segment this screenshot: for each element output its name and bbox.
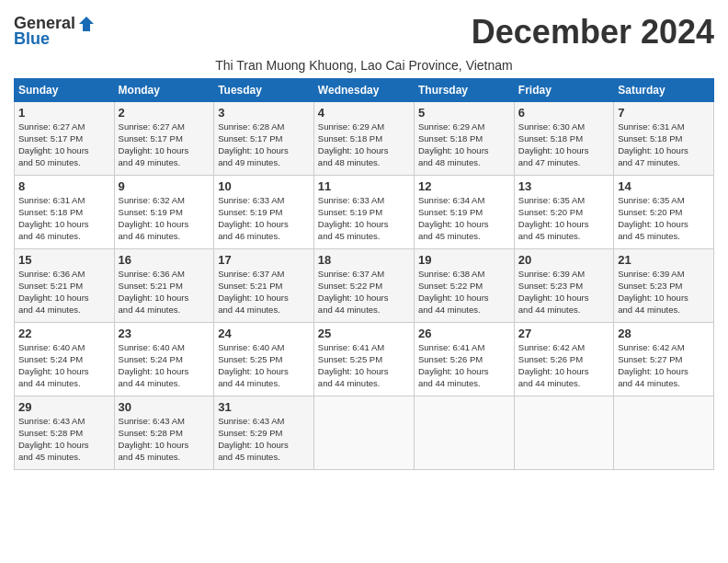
calendar-row: 15Sunrise: 6:36 AMSunset: 5:21 PMDayligh… bbox=[15, 248, 714, 322]
day-info: Sunrise: 6:37 AMSunset: 5:21 PMDaylight:… bbox=[218, 268, 310, 316]
table-row: 25Sunrise: 6:41 AMSunset: 5:25 PMDayligh… bbox=[313, 322, 414, 396]
day-number: 27 bbox=[518, 327, 609, 340]
table-row: 3Sunrise: 6:28 AMSunset: 5:17 PMDaylight… bbox=[214, 101, 314, 175]
day-info: Sunrise: 6:43 AMSunset: 5:28 PMDaylight:… bbox=[119, 415, 210, 464]
subtitle: Thi Tran Muong Khuong, Lao Cai Province,… bbox=[14, 58, 714, 73]
table-row: 10Sunrise: 6:33 AMSunset: 5:19 PMDayligh… bbox=[214, 175, 314, 248]
th-monday: Monday bbox=[114, 78, 214, 101]
day-number: 31 bbox=[218, 400, 310, 414]
table-row: 1Sunrise: 6:27 AMSunset: 5:17 PMDaylight… bbox=[15, 101, 115, 175]
calendar-row: 1Sunrise: 6:27 AMSunset: 5:17 PMDaylight… bbox=[15, 101, 714, 175]
day-number: 8 bbox=[18, 179, 110, 193]
day-number: 10 bbox=[218, 179, 310, 193]
th-friday: Friday bbox=[514, 78, 613, 101]
table-row: 21Sunrise: 6:39 AMSunset: 5:23 PMDayligh… bbox=[614, 248, 714, 322]
day-number: 26 bbox=[418, 327, 510, 340]
day-info: Sunrise: 6:36 AMSunset: 5:21 PMDaylight:… bbox=[18, 268, 110, 316]
day-number: 22 bbox=[18, 327, 110, 340]
day-info: Sunrise: 6:39 AMSunset: 5:23 PMDaylight:… bbox=[618, 268, 710, 316]
table-row: 19Sunrise: 6:38 AMSunset: 5:22 PMDayligh… bbox=[414, 248, 514, 322]
day-info: Sunrise: 6:27 AMSunset: 5:17 PMDaylight:… bbox=[119, 121, 210, 169]
day-number: 28 bbox=[618, 327, 710, 340]
day-number: 1 bbox=[18, 106, 110, 120]
day-info: Sunrise: 6:29 AMSunset: 5:18 PMDaylight:… bbox=[318, 121, 410, 169]
day-info: Sunrise: 6:41 AMSunset: 5:25 PMDaylight:… bbox=[318, 341, 410, 390]
day-info: Sunrise: 6:39 AMSunset: 5:23 PMDaylight:… bbox=[518, 268, 609, 316]
table-row: 5Sunrise: 6:29 AMSunset: 5:18 PMDaylight… bbox=[414, 101, 514, 175]
day-info: Sunrise: 6:42 AMSunset: 5:27 PMDaylight:… bbox=[618, 341, 710, 390]
calendar-row: 8Sunrise: 6:31 AMSunset: 5:18 PMDaylight… bbox=[15, 175, 714, 248]
day-info: Sunrise: 6:36 AMSunset: 5:21 PMDaylight:… bbox=[119, 268, 210, 316]
table-row: 28Sunrise: 6:42 AMSunset: 5:27 PMDayligh… bbox=[614, 322, 714, 396]
table-row: 6Sunrise: 6:30 AMSunset: 5:18 PMDaylight… bbox=[514, 101, 613, 175]
table-row bbox=[313, 396, 414, 469]
th-sunday: Sunday bbox=[15, 78, 115, 101]
table-row: 31Sunrise: 6:43 AMSunset: 5:29 PMDayligh… bbox=[214, 396, 314, 469]
day-number: 7 bbox=[618, 106, 710, 120]
day-info: Sunrise: 6:40 AMSunset: 5:24 PMDaylight:… bbox=[119, 341, 210, 390]
table-row: 9Sunrise: 6:32 AMSunset: 5:19 PMDaylight… bbox=[114, 175, 214, 248]
day-info: Sunrise: 6:33 AMSunset: 5:19 PMDaylight:… bbox=[218, 194, 310, 243]
day-number: 16 bbox=[119, 253, 210, 267]
table-row: 26Sunrise: 6:41 AMSunset: 5:26 PMDayligh… bbox=[414, 322, 514, 396]
svg-marker-0 bbox=[79, 17, 94, 31]
day-info: Sunrise: 6:28 AMSunset: 5:17 PMDaylight:… bbox=[218, 121, 310, 169]
day-number: 25 bbox=[318, 327, 410, 340]
day-number: 17 bbox=[218, 253, 310, 267]
day-info: Sunrise: 6:41 AMSunset: 5:26 PMDaylight:… bbox=[418, 341, 510, 390]
calendar-body: 1Sunrise: 6:27 AMSunset: 5:17 PMDaylight… bbox=[15, 101, 714, 469]
day-number: 3 bbox=[218, 106, 310, 120]
logo-blue: Blue bbox=[14, 29, 50, 49]
th-saturday: Saturday bbox=[614, 78, 714, 101]
header: General Blue December 2024 bbox=[14, 14, 714, 51]
table-row: 2Sunrise: 6:27 AMSunset: 5:17 PMDaylight… bbox=[114, 101, 214, 175]
table-row: 16Sunrise: 6:36 AMSunset: 5:21 PMDayligh… bbox=[114, 248, 214, 322]
day-info: Sunrise: 6:38 AMSunset: 5:22 PMDaylight:… bbox=[418, 268, 510, 316]
table-row: 30Sunrise: 6:43 AMSunset: 5:28 PMDayligh… bbox=[114, 396, 214, 469]
day-number: 5 bbox=[418, 106, 510, 120]
day-number: 12 bbox=[418, 179, 510, 193]
logo-icon bbox=[77, 15, 96, 33]
page: General Blue December 2024 Thi Tran Muon… bbox=[0, 0, 728, 479]
day-number: 13 bbox=[518, 179, 609, 193]
day-number: 18 bbox=[318, 253, 410, 267]
table-row: 29Sunrise: 6:43 AMSunset: 5:28 PMDayligh… bbox=[15, 396, 115, 469]
day-number: 30 bbox=[119, 400, 210, 414]
day-info: Sunrise: 6:37 AMSunset: 5:22 PMDaylight:… bbox=[318, 268, 410, 316]
calendar: Sunday Monday Tuesday Wednesday Thursday… bbox=[14, 78, 714, 470]
day-info: Sunrise: 6:43 AMSunset: 5:29 PMDaylight:… bbox=[218, 415, 310, 464]
day-number: 19 bbox=[418, 253, 510, 267]
table-row bbox=[614, 396, 714, 469]
day-info: Sunrise: 6:31 AMSunset: 5:18 PMDaylight:… bbox=[18, 194, 110, 243]
day-info: Sunrise: 6:42 AMSunset: 5:26 PMDaylight:… bbox=[518, 341, 609, 390]
day-number: 11 bbox=[318, 179, 410, 193]
day-number: 21 bbox=[618, 253, 710, 267]
table-row: 20Sunrise: 6:39 AMSunset: 5:23 PMDayligh… bbox=[514, 248, 613, 322]
calendar-row: 22Sunrise: 6:40 AMSunset: 5:24 PMDayligh… bbox=[15, 322, 714, 396]
table-row: 22Sunrise: 6:40 AMSunset: 5:24 PMDayligh… bbox=[15, 322, 115, 396]
calendar-header: Sunday Monday Tuesday Wednesday Thursday… bbox=[15, 78, 714, 101]
day-info: Sunrise: 6:34 AMSunset: 5:19 PMDaylight:… bbox=[418, 194, 510, 243]
table-row bbox=[514, 396, 613, 469]
day-number: 29 bbox=[18, 400, 110, 414]
th-wednesday: Wednesday bbox=[313, 78, 414, 101]
day-number: 23 bbox=[119, 327, 210, 340]
table-row: 27Sunrise: 6:42 AMSunset: 5:26 PMDayligh… bbox=[514, 322, 613, 396]
table-row: 11Sunrise: 6:33 AMSunset: 5:19 PMDayligh… bbox=[313, 175, 414, 248]
table-row: 18Sunrise: 6:37 AMSunset: 5:22 PMDayligh… bbox=[313, 248, 414, 322]
day-info: Sunrise: 6:43 AMSunset: 5:28 PMDaylight:… bbox=[18, 415, 110, 464]
day-number: 20 bbox=[518, 253, 609, 267]
day-info: Sunrise: 6:40 AMSunset: 5:24 PMDaylight:… bbox=[18, 341, 110, 390]
table-row: 17Sunrise: 6:37 AMSunset: 5:21 PMDayligh… bbox=[214, 248, 314, 322]
calendar-row: 29Sunrise: 6:43 AMSunset: 5:28 PMDayligh… bbox=[15, 396, 714, 469]
logo: General Blue bbox=[14, 14, 96, 49]
table-row: 14Sunrise: 6:35 AMSunset: 5:20 PMDayligh… bbox=[614, 175, 714, 248]
table-row: 8Sunrise: 6:31 AMSunset: 5:18 PMDaylight… bbox=[15, 175, 115, 248]
table-row: 24Sunrise: 6:40 AMSunset: 5:25 PMDayligh… bbox=[214, 322, 314, 396]
day-number: 9 bbox=[119, 179, 210, 193]
table-row: 12Sunrise: 6:34 AMSunset: 5:19 PMDayligh… bbox=[414, 175, 514, 248]
day-info: Sunrise: 6:29 AMSunset: 5:18 PMDaylight:… bbox=[418, 121, 510, 169]
day-number: 2 bbox=[119, 106, 210, 120]
table-row: 15Sunrise: 6:36 AMSunset: 5:21 PMDayligh… bbox=[15, 248, 115, 322]
day-info: Sunrise: 6:32 AMSunset: 5:19 PMDaylight:… bbox=[119, 194, 210, 243]
